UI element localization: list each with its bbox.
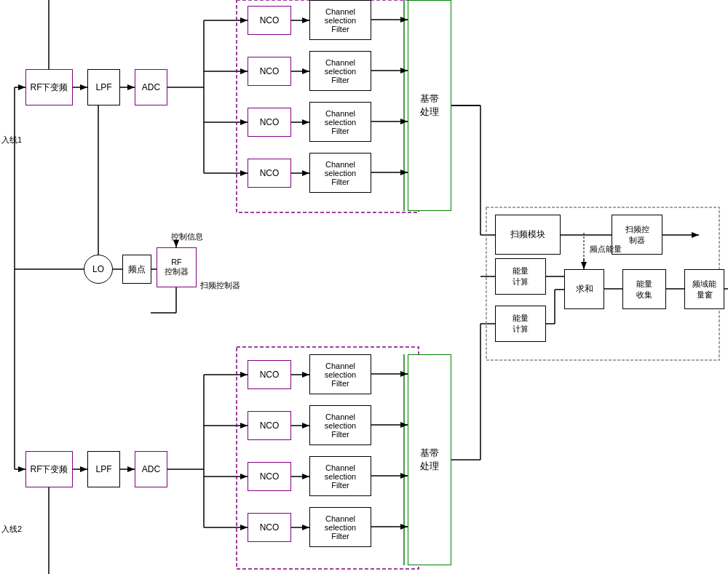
antenna-1-label: 入线1 (1, 135, 22, 146)
energy-collect: 能量 收集 (622, 269, 666, 309)
svg-marker-71 (240, 68, 248, 74)
nco-2-2: NCO (248, 411, 291, 440)
adc-2: ADC (135, 451, 167, 487)
svg-marker-74 (302, 17, 309, 23)
csf-2-4: Channel selection Filter (309, 507, 371, 547)
svg-marker-76 (302, 119, 309, 125)
svg-marker-89 (302, 423, 309, 428)
rf-downconverter-2: RF下变频 (25, 451, 73, 487)
nco-1-1: NCO (248, 6, 291, 35)
freq-energy-window: 频域能 量窗 (684, 269, 724, 309)
baseband-1: 基带 处理 (408, 0, 451, 211)
rf-controller: RF 控制器 (157, 247, 197, 287)
svg-marker-42 (581, 262, 587, 269)
svg-marker-85 (240, 423, 248, 428)
svg-marker-73 (240, 170, 248, 176)
nco-1-3: NCO (248, 108, 291, 137)
lpf-2: LPF (87, 451, 120, 487)
svg-marker-92 (400, 371, 408, 377)
nco-1-4: NCO (248, 159, 291, 188)
nco-1-2: NCO (248, 57, 291, 86)
svg-marker-78 (400, 17, 408, 23)
svg-marker-86 (240, 474, 248, 479)
rf-downconverter-1: RF下变频 (25, 69, 73, 105)
svg-marker-95 (400, 524, 408, 530)
energy-calc-1: 能量 计算 (495, 258, 546, 295)
svg-marker-70 (240, 17, 248, 23)
svg-marker-93 (400, 422, 408, 428)
svg-marker-68 (80, 84, 87, 90)
nco-2-1: NCO (248, 360, 291, 389)
antenna-2-label: 入线2 (1, 524, 22, 535)
svg-marker-94 (400, 473, 408, 479)
csf-1-3: Channel selection Filter (309, 102, 371, 142)
csf-1-4: Channel selection Filter (309, 153, 371, 193)
svg-marker-87 (240, 525, 248, 530)
csf-1-1: Channel selection Filter (309, 0, 371, 40)
svg-marker-96 (18, 84, 25, 90)
sweep-ctrl-label: 扫频控制器 (200, 280, 240, 291)
svg-marker-82 (80, 466, 87, 472)
adc-1: ADC (135, 69, 167, 105)
csf-2-3: Channel selection Filter (309, 456, 371, 496)
freq-point: 频点 (122, 255, 151, 284)
lpf-1: LPF (87, 69, 120, 105)
freq-energy-label: 频点能量 (590, 244, 622, 255)
svg-marker-77 (302, 170, 309, 176)
svg-marker-88 (302, 372, 309, 378)
svg-marker-72 (240, 119, 248, 125)
svg-marker-80 (400, 119, 408, 124)
energy-calc-2: 能量 计算 (495, 306, 546, 342)
svg-marker-81 (400, 170, 408, 175)
svg-marker-83 (127, 466, 135, 472)
baseband-2: 基带 处理 (408, 354, 451, 565)
svg-marker-90 (302, 474, 309, 479)
svg-marker-79 (400, 68, 408, 73)
diagram: RF下变频 LPF ADC NCO Channel selection Filt… (0, 0, 728, 574)
nco-2-3: NCO (248, 462, 291, 491)
svg-marker-91 (302, 525, 309, 530)
ctrl-info-label: 控制信息 (171, 231, 203, 242)
csf-2-1: Channel selection Filter (309, 354, 371, 394)
nco-2-4: NCO (248, 513, 291, 542)
svg-marker-35 (692, 232, 699, 238)
lo: LO (84, 255, 113, 284)
svg-marker-97 (18, 466, 25, 472)
svg-marker-84 (240, 372, 248, 378)
sum-block: 求和 (564, 269, 604, 309)
sweep-module: 扫频模块 (495, 215, 561, 255)
svg-marker-75 (302, 68, 309, 74)
csf-1-2: Channel selection Filter (309, 51, 371, 91)
csf-2-2: Channel selection Filter (309, 405, 371, 445)
svg-marker-69 (127, 84, 135, 90)
